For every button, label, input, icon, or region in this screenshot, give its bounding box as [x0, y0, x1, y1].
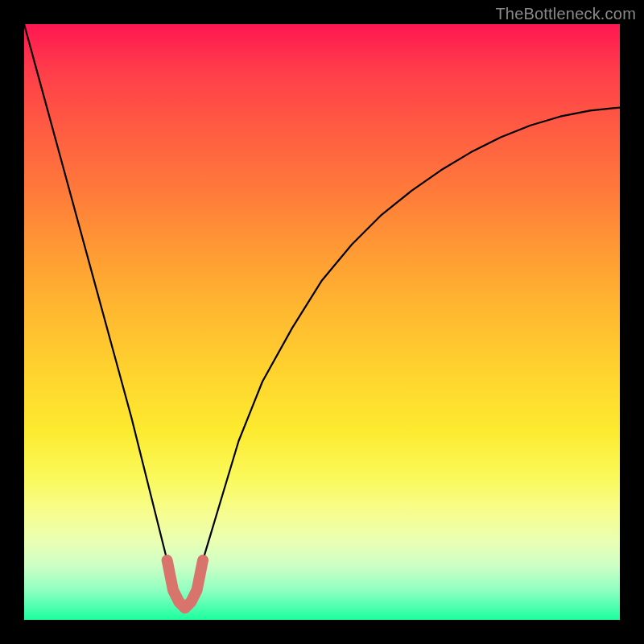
bottleneck-curve [24, 24, 620, 608]
optimal-marker [167, 560, 203, 608]
chart-plot-area [24, 24, 620, 620]
watermark-text: TheBottleneck.com [495, 5, 636, 23]
chart-svg [24, 24, 620, 620]
